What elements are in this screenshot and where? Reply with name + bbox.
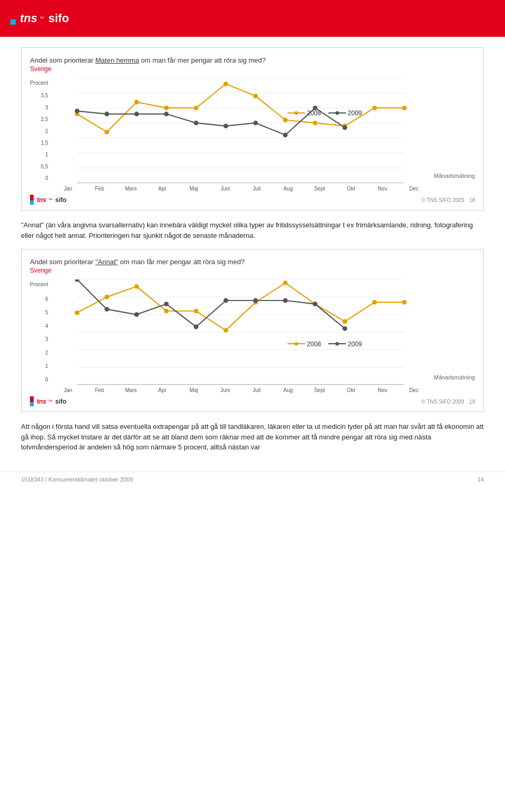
svg-point-19 (402, 106, 407, 111)
svg-point-57 (135, 312, 139, 317)
svg-point-20 (75, 108, 80, 113)
svg-point-25 (224, 124, 228, 128)
svg-point-18 (372, 106, 377, 111)
chart2-xlabels: Jan Feb Mars Apr Maj Juni Juli Aug Sept … (52, 387, 429, 393)
svg-point-21 (105, 112, 109, 116)
svg-text:2009: 2009 (348, 340, 362, 348)
svg-point-43 (75, 310, 80, 315)
chart2-box: Andel som prioriterar "Annat" om man får… (21, 249, 484, 412)
svg-point-22 (135, 112, 139, 116)
header: tns ™ sifo (0, 0, 505, 37)
svg-point-50 (283, 280, 288, 285)
chart1-box: Andel som prioriterar Maten hemma om man… (21, 47, 484, 210)
logo: tns ™ sifo (11, 12, 69, 25)
svg-point-53 (372, 300, 377, 305)
doc-id: 1518343 / Konsumentklimatet oktober 2009 (21, 476, 133, 483)
chart2-svg: 2008 2009 (52, 279, 429, 385)
svg-point-45 (135, 284, 139, 289)
svg-point-60 (224, 298, 228, 303)
svg-point-11 (164, 106, 169, 111)
chart1-subtitle: Sverige (30, 65, 475, 73)
svg-point-63 (313, 302, 318, 306)
page-num: 14 (478, 476, 484, 483)
svg-point-12 (194, 106, 199, 111)
logo-tm: ™ (39, 16, 44, 21)
svg-point-23 (164, 112, 169, 116)
chart1-brand: tns ™ sifo (30, 195, 66, 205)
page: tns ™ sifo Andel som prioriterar Maten h… (0, 0, 505, 487)
chart2-manadsmating: Månadsmätning (434, 279, 475, 393)
svg-text:2008: 2008 (307, 340, 321, 348)
svg-point-16 (313, 121, 318, 125)
svg-point-44 (105, 295, 109, 299)
svg-point-52 (343, 319, 348, 324)
logo-sifo: sifo (48, 12, 69, 25)
svg-point-13 (224, 82, 228, 86)
chart2-copyright: © TNS SIFO 2009 19 (421, 397, 475, 405)
svg-point-48 (224, 328, 228, 333)
svg-point-64 (343, 326, 348, 331)
svg-text:2008: 2008 (307, 109, 321, 117)
chart2-footer: tns ™ sifo © TNS SIFO 2009 19 (30, 396, 475, 406)
svg-point-14 (254, 94, 258, 98)
chart2-title: Andel som prioriterar "Annat" om man får… (30, 258, 475, 266)
chart1-copyright: © TNS SIFO 2009 18 (421, 196, 475, 204)
svg-point-10 (135, 100, 139, 105)
svg-point-59 (194, 325, 199, 329)
svg-point-61 (254, 298, 258, 303)
svg-point-47 (194, 309, 199, 314)
chart1-title: Andel som prioriterar Maten hemma om man… (30, 56, 475, 64)
chart2-ylabel: Procent (30, 282, 48, 287)
chart1-xlabels: Jan Feb Mars Apr Maj Juni Juli Aug Sept … (52, 186, 429, 192)
text2: Att någon i första hand vill satsa event… (21, 422, 484, 453)
text1: "Annat" (än våra angivna svarsalternativ… (21, 220, 484, 240)
svg-point-31 (295, 111, 298, 115)
chart1-ylabel: Procent (30, 80, 48, 86)
svg-text:2009: 2009 (348, 109, 362, 117)
svg-point-27 (283, 133, 288, 137)
svg-point-34 (336, 111, 339, 115)
svg-point-66 (295, 342, 298, 346)
svg-point-54 (402, 300, 407, 305)
svg-point-69 (336, 342, 339, 346)
svg-point-24 (194, 121, 199, 125)
svg-point-26 (254, 121, 258, 125)
svg-point-56 (105, 307, 109, 312)
content: Andel som prioriterar Maten hemma om man… (0, 37, 505, 472)
chart1-manadsmating: Månadsmätning (434, 78, 475, 192)
chart2-subtitle: Sverige (30, 267, 475, 274)
chart1-footer: tns ™ sifo © TNS SIFO 2009 18 (30, 195, 475, 205)
svg-point-9 (105, 129, 109, 134)
svg-point-29 (343, 125, 348, 130)
svg-point-58 (164, 302, 169, 306)
svg-point-15 (283, 118, 288, 123)
svg-point-62 (283, 298, 288, 303)
chart2-brand: tns ™ sifo (30, 396, 66, 406)
logo-tns: tns (20, 12, 37, 25)
chart1-svg: 2008 2009 (52, 78, 429, 183)
bottom-bar: 1518343 / Konsumentklimatet oktober 2009… (0, 472, 505, 487)
svg-point-46 (164, 309, 169, 314)
